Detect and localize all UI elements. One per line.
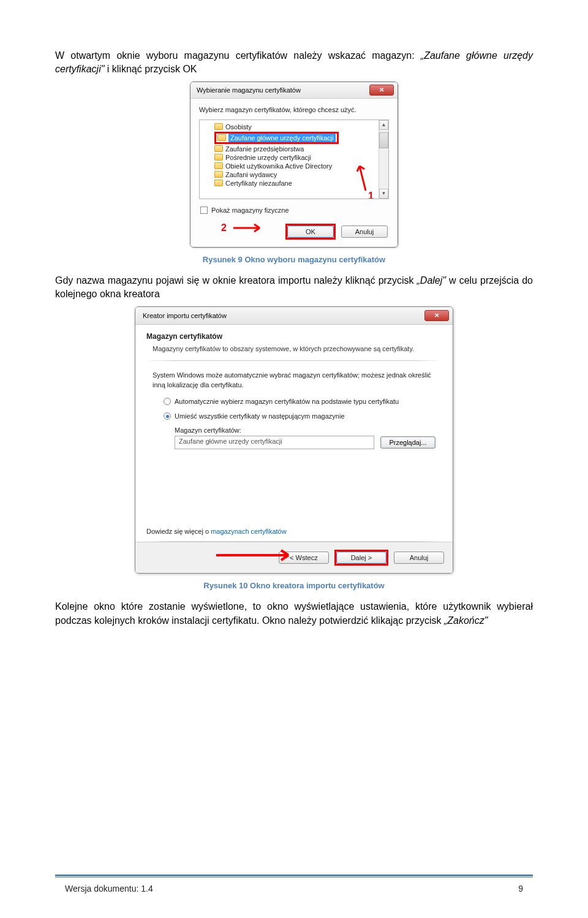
show-physical-checkbox[interactable]: Pokaż magazyny fizyczne (200, 207, 389, 214)
cert-store-tree[interactable]: Osobisty Zaufane główne urzędy certyfika… (199, 119, 389, 199)
para-3: Kolejne okno które zostanie wyświetlone,… (55, 600, 533, 628)
divider (144, 360, 444, 361)
next-button[interactable]: Dalej > (336, 552, 386, 564)
footer-rule (55, 874, 533, 876)
store-label: Magazyn certyfikatów: (153, 422, 435, 436)
radio-icon[interactable] (164, 412, 171, 420)
scroll-thumb[interactable] (379, 132, 388, 148)
learn-more-link[interactable]: magazynach certyfikatów (211, 528, 287, 535)
folder-icon (214, 145, 223, 152)
tree-item-selected: Zaufane główne urzędy certyfikacji (202, 131, 388, 145)
annotation-marker-1: 1 (368, 191, 374, 199)
para-2: Gdy nazwa magazynu pojawi się w oknie kr… (55, 274, 533, 302)
figure-caption-1: Rysunek 9 Okno wyboru magazynu certyfika… (55, 255, 533, 264)
close-icon[interactable]: ✕ (424, 310, 449, 321)
annotation-arrow-2 (232, 222, 263, 235)
radio-auto[interactable]: Automatycznie wybierz magazyn certyfikat… (153, 396, 435, 407)
cancel-button[interactable]: Anuluj (341, 226, 388, 238)
tree-item: Zaufanie przedsiębiorstwa (202, 145, 388, 153)
annotation-marker-2: 2 (221, 222, 227, 233)
folder-icon (214, 154, 223, 161)
doc-version: Wersja dokumentu: 1.4 (65, 884, 153, 893)
tree-item: Osobisty (202, 123, 388, 131)
body-text: System Windows może automatycznie wybrać… (153, 371, 435, 390)
folder-icon (217, 134, 226, 141)
figure-caption-2: Rysunek 10 Okno kreatora importu certyfi… (55, 581, 533, 590)
browse-button[interactable]: Przeglądaj... (380, 436, 435, 449)
intro-text2: i kliknąć przycisk OK (104, 64, 197, 74)
folder-icon (214, 180, 223, 186)
scroll-down-icon[interactable]: ▼ (379, 189, 388, 199)
page-number: 9 (518, 884, 523, 893)
radio-specify[interactable]: Umieść wszystkie certyfikaty w następują… (153, 411, 435, 422)
folder-icon (214, 162, 223, 169)
dialog-instruction: Wybierz magazyn certyfikatów, którego ch… (199, 106, 389, 113)
intro-paragraph: W otwartym oknie wyboru magazynu certyfi… (55, 49, 533, 77)
section-heading: Magazyn certyfikatów (135, 325, 453, 344)
close-icon[interactable]: ✕ (369, 85, 394, 96)
scroll-up-icon[interactable]: ▲ (379, 120, 388, 130)
learn-more-row: Dowiedz się więcej o magazynach certyfik… (135, 460, 453, 541)
store-input[interactable]: Zaufane główne urzędy certyfikacji (175, 436, 374, 449)
cert-import-wizard-dialog: Kreator importu certyfikatów ✕ Magazyn c… (135, 306, 453, 574)
folder-icon (214, 123, 223, 130)
dialog-titlebar: Wybieranie magazynu certyfikatów ✕ (190, 82, 398, 99)
folder-icon (214, 171, 223, 178)
ok-button[interactable]: OK (287, 226, 334, 238)
radio-icon[interactable] (164, 398, 171, 405)
footer-rule (55, 877, 533, 878)
cert-store-dialog: Wybieranie magazynu certyfikatów ✕ Wybie… (190, 82, 398, 248)
dialog-title: Kreator importu certyfikatów (143, 312, 227, 319)
annotation-arrow-3 (215, 548, 295, 563)
scrollbar[interactable]: ▲ ▼ (379, 120, 388, 199)
page-footer: Wersja dokumentu: 1.4 9 (55, 874, 533, 893)
tree-item: Pośrednie urzędy certyfikacji (202, 153, 388, 162)
dialog-titlebar: Kreator importu certyfikatów ✕ (135, 307, 453, 325)
intro-text: W otwartym oknie wyboru magazynu certyfi… (55, 50, 421, 61)
section-subtext: Magazyny certyfikatów to obszary systemo… (135, 344, 453, 361)
dialog-title: Wybieranie magazynu certyfikatów (197, 86, 301, 94)
checkbox-icon[interactable] (200, 207, 208, 214)
cancel-button[interactable]: Anuluj (394, 552, 444, 564)
